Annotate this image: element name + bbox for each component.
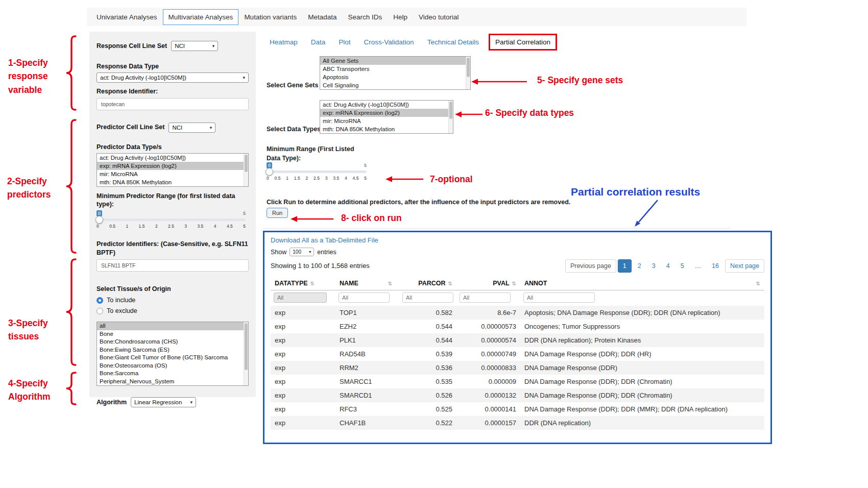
slider-tick: 3 — [184, 224, 187, 229]
scrollbar-thumb[interactable] — [245, 323, 248, 370]
predictor-cell-line-set-value: NCI — [172, 125, 182, 131]
chevron-down-icon: ▾ — [190, 400, 193, 405]
entries-label: entries — [317, 249, 336, 256]
scrollbar-thumb[interactable] — [245, 155, 248, 172]
cell-pval: 0.000009 — [456, 375, 520, 388]
cell-annot: DNA Damage Response (DDR); DDR (Chromati… — [520, 375, 764, 388]
min-range-slider[interactable]: 0 5 0 0.5 1 1.5 2 2.5 3 3.5 4 4.5 5 — [267, 162, 367, 185]
listbox-option[interactable]: Bone:Sarcoma — [97, 370, 248, 378]
listbox-option-selected[interactable]: exp: mRNA Expression (log2) — [97, 162, 248, 170]
nav-video-tutorial[interactable]: Video tutorial — [413, 9, 465, 25]
algorithm-select[interactable]: Linear Regression ▾ — [131, 397, 196, 407]
run-button[interactable]: Run — [267, 208, 288, 218]
slider-handle[interactable] — [95, 216, 103, 224]
listbox-option[interactable]: Bone:Chondrosarcoma (CHS) — [97, 338, 248, 346]
scrollbar[interactable] — [244, 322, 248, 385]
response-data-type-select[interactable]: act: Drug Activity (-log10[IC50M]) ▾ — [97, 72, 249, 83]
page-button-4[interactable]: 4 — [662, 260, 674, 272]
run-instruction: Click Run to determine additional predic… — [267, 198, 570, 207]
response-cell-line-set-select[interactable]: NCI ▾ — [171, 41, 218, 51]
section-divider — [263, 228, 731, 229]
listbox-option[interactable]: Bone:Ewing Sarcoma (ES) — [97, 346, 248, 354]
min-range-label: Minimum Range (First Listed Data Type): — [267, 145, 354, 163]
page-button-1[interactable]: 1 — [618, 259, 632, 273]
listbox-option[interactable]: Peripheral_Nervous_System — [97, 378, 248, 386]
listbox-option[interactable]: act: Drug Activity (-log10[IC50M]) — [97, 154, 248, 162]
tab-partial-correlation[interactable]: Partial Correlation — [489, 34, 557, 51]
column-header-annot[interactable]: ANNOT⇅ — [520, 277, 764, 290]
listbox-option[interactable]: mth: DNA 850K Methylation — [320, 125, 453, 133]
listbox-option[interactable]: ABC Transporters — [320, 65, 470, 73]
listbox-option-selected[interactable]: all — [97, 322, 248, 330]
listbox-option-selected[interactable]: exp: mRNA Expression (log2) — [320, 109, 453, 117]
slider-tick: 1.5 — [294, 176, 300, 181]
listbox-option[interactable]: Apoptosis — [320, 73, 470, 81]
min-predictor-range-slider[interactable]: 0 5 0 0.5 1 1.5 2 2.5 3 3.5 4 4.5 5 — [97, 210, 246, 233]
nav-multivariate-analyses[interactable]: Multivariate Analyses — [163, 9, 239, 25]
slider-track[interactable] — [97, 218, 246, 221]
slider-tick: 0.5 — [109, 224, 115, 229]
response-identifier-input[interactable] — [97, 98, 249, 110]
column-header-name[interactable]: NAME⇅ — [335, 277, 399, 290]
filter-name-input[interactable] — [339, 292, 390, 303]
pagination: Previous page 1 2 3 4 5 … 16 Next page — [565, 259, 764, 273]
gene-sets-listbox: All Gene Sets ABC Transporters Apoptosis… — [320, 56, 471, 90]
tab-technical-details[interactable]: Technical Details — [421, 34, 486, 50]
nav-metadata[interactable]: Metadata — [302, 9, 342, 25]
slider-max-label: 5 — [243, 210, 246, 216]
scrollbar[interactable] — [448, 101, 453, 133]
filter-parcor-input[interactable] — [402, 292, 453, 303]
next-page-button[interactable]: Next page — [725, 259, 764, 273]
cell-parcor: 0.544 — [399, 320, 456, 333]
page-button-3[interactable]: 3 — [647, 260, 660, 272]
cell-datatype: exp — [271, 306, 335, 320]
predictor-identifiers-input[interactable] — [97, 259, 249, 272]
slider-handle[interactable] — [266, 168, 273, 176]
download-tab-delimited-link[interactable]: Download All as a Tab-Delimited File — [271, 236, 764, 244]
scrollbar[interactable] — [244, 154, 248, 186]
tab-heatmap[interactable]: Heatmap — [263, 34, 304, 50]
show-entries-select[interactable]: 100 ▾ — [290, 248, 314, 256]
page-button-16[interactable]: 16 — [707, 260, 724, 272]
column-header-parcor[interactable]: PARCOR⇅ — [399, 277, 456, 290]
cell-parcor: 0.525 — [399, 402, 456, 416]
table-row: exp RFC3 0.525 0.0000141 DNA Damage Resp… — [271, 402, 764, 416]
listbox-option[interactable]: Cell Signaling — [320, 81, 470, 89]
cell-pval: 8.6e-7 — [456, 306, 520, 320]
scrollbar-thumb[interactable] — [449, 102, 452, 119]
listbox-option[interactable]: Bone — [97, 330, 248, 338]
nav-univariate-analyses[interactable]: Univariate Analyses — [91, 9, 163, 25]
listbox-option[interactable]: mir: MicroRNA — [97, 170, 248, 178]
nav-mutation-variants[interactable]: Mutation variants — [238, 9, 302, 25]
nav-search-ids[interactable]: Search IDs — [342, 9, 388, 25]
to-exclude-radio[interactable] — [97, 308, 103, 314]
column-header-pval[interactable]: PVAL⇅ — [456, 277, 520, 290]
predictor-data-types-listbox: act: Drug Activity (-log10[IC50M]) exp: … — [97, 153, 249, 187]
to-include-radio[interactable] — [97, 297, 103, 304]
filter-pval-input[interactable] — [460, 292, 511, 303]
page-button-2[interactable]: 2 — [633, 260, 646, 272]
slider-track[interactable] — [267, 170, 367, 173]
tab-data[interactable]: Data — [304, 34, 332, 50]
listbox-option[interactable]: Bone:Giant Cell Tumor of Bone (GCTB) Sar… — [97, 354, 248, 362]
listbox-option-selected[interactable]: All Gene Sets — [320, 57, 470, 65]
previous-page-button[interactable]: Previous page — [565, 259, 616, 273]
tab-plot[interactable]: Plot — [332, 34, 357, 50]
tab-cross-validation[interactable]: Cross-Validation — [357, 34, 421, 50]
partial-correlation-results-panel: Download All as a Tab-Delimited File Sho… — [263, 231, 772, 444]
predictor-cell-line-set-select[interactable]: NCI ▾ — [168, 123, 215, 133]
listbox-option[interactable]: act: Drug Activity (-log10[IC50M]) — [320, 101, 453, 109]
page-button-5[interactable]: 5 — [676, 260, 689, 272]
chevron-down-icon: ▾ — [243, 75, 245, 80]
cell-parcor: 0.544 — [399, 333, 456, 347]
listbox-option[interactable]: mir: MicroRNA — [320, 117, 453, 125]
column-header-datatype[interactable]: DATATYPE⇅ — [271, 277, 335, 290]
filter-annot-input[interactable] — [523, 292, 595, 303]
nav-help[interactable]: Help — [388, 9, 413, 25]
slider-tick: 4.5 — [353, 176, 359, 181]
scrollbar-thumb[interactable] — [467, 58, 470, 77]
filter-datatype-input[interactable] — [274, 292, 327, 303]
column-label: NAME — [340, 280, 358, 287]
listbox-option[interactable]: Bone:Osteosarcoma (OS) — [97, 362, 248, 370]
listbox-option[interactable]: mth: DNA 850K Methylation — [97, 178, 248, 186]
